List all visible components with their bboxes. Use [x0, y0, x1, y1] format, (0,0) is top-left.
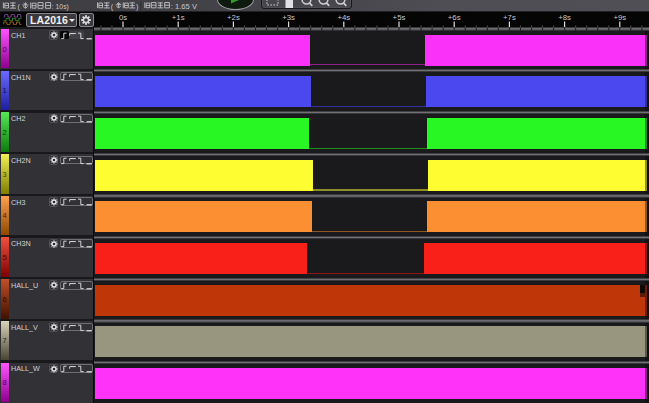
- svg-text:+2s: +2s: [227, 13, 240, 22]
- svg-text:(: (: [18, 2, 21, 11]
- svg-text:: 1.65 V: : 1.65 V: [171, 2, 198, 11]
- svg-text:+1s: +1s: [172, 13, 185, 22]
- svg-text:+5s: +5s: [393, 13, 406, 22]
- svg-text:+7s: +7s: [503, 13, 516, 22]
- svg-text:+8s: +8s: [558, 13, 571, 22]
- svg-text:: 10s): : 10s): [52, 3, 69, 11]
- svg-text:0s: 0s: [119, 13, 127, 22]
- svg-text:+9s: +9s: [613, 13, 626, 22]
- svg-text:+6s: +6s: [448, 13, 461, 22]
- svg-text:+3s: +3s: [282, 13, 295, 22]
- svg-text:(: (: [111, 2, 114, 11]
- svg-text:+4s: +4s: [337, 13, 350, 22]
- svg-text:): ): [136, 2, 138, 11]
